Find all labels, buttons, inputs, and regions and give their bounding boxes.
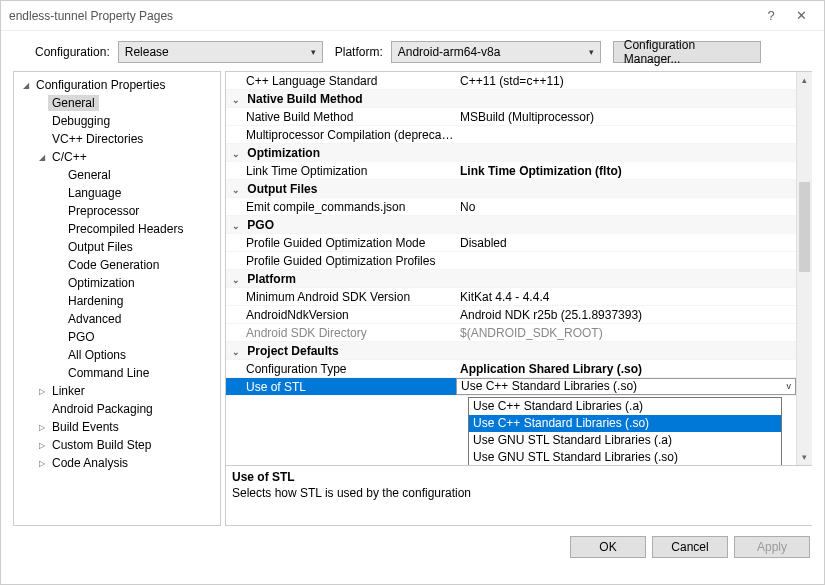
tree-item-label: Precompiled Headers xyxy=(64,221,187,237)
tree-item[interactable]: VC++ Directories xyxy=(14,130,220,148)
window-title: endless-tunnel Property Pages xyxy=(9,9,756,23)
scrollbar[interactable]: ▴ ▾ xyxy=(796,72,812,465)
scroll-down-icon[interactable]: ▾ xyxy=(797,449,812,465)
grid-section[interactable]: ⌄ Output Files xyxy=(226,180,796,198)
tree-item-label: Custom Build Step xyxy=(48,437,155,453)
tree-item[interactable]: All Options xyxy=(14,346,220,364)
scroll-up-icon[interactable]: ▴ xyxy=(797,72,812,88)
property-grid[interactable]: C++ Language StandardC++11 (std=c++11)⌄ … xyxy=(226,72,796,396)
tree[interactable]: Configuration PropertiesGeneralDebugging… xyxy=(14,76,220,472)
section-caret-icon[interactable]: ⌄ xyxy=(232,347,244,357)
caret-closed-icon[interactable] xyxy=(36,386,48,396)
tree-item-label: Hardening xyxy=(64,293,127,309)
dropdown-option[interactable]: Use GNU STL Standard Libraries (.a) xyxy=(469,432,781,449)
tree-item[interactable]: Advanced xyxy=(14,310,220,328)
tree-item-label: Build Events xyxy=(48,419,123,435)
dropdown-option[interactable]: Use C++ Standard Libraries (.a) xyxy=(469,398,781,415)
dropdown-option[interactable]: Use GNU STL Standard Libraries (.so) xyxy=(469,449,781,465)
grid-section[interactable]: ⌄ Optimization xyxy=(226,144,796,162)
tree-item[interactable]: C/C++ xyxy=(14,148,220,166)
tree-item[interactable]: General xyxy=(14,166,220,184)
tree-item[interactable]: Precompiled Headers xyxy=(14,220,220,238)
section-caret-icon[interactable]: ⌄ xyxy=(232,185,244,195)
config-row: Configuration: Release Platform: Android… xyxy=(1,31,824,71)
section-caret-icon[interactable]: ⌄ xyxy=(232,221,244,231)
grid-label: ⌄ Optimization xyxy=(226,146,456,160)
tree-item[interactable]: Build Events xyxy=(14,418,220,436)
grid-row[interactable]: Emit compile_commands.jsonNo xyxy=(226,198,796,216)
grid-row[interactable]: Profile Guided Optimization Profiles xyxy=(226,252,796,270)
tree-item-label: Linker xyxy=(48,383,89,399)
tree-item-label: Android Packaging xyxy=(48,401,157,417)
ok-button[interactable]: OK xyxy=(570,536,646,558)
tree-item[interactable]: Preprocessor xyxy=(14,202,220,220)
scroll-thumb[interactable] xyxy=(799,182,810,272)
grid-row[interactable]: Minimum Android SDK VersionKitKat 4.4 - … xyxy=(226,288,796,306)
tree-item[interactable]: Linker xyxy=(14,382,220,400)
tree-item-label: Preprocessor xyxy=(64,203,143,219)
tree-item[interactable]: Optimization xyxy=(14,274,220,292)
tree-item[interactable]: Custom Build Step xyxy=(14,436,220,454)
configuration-value: Release xyxy=(125,45,169,59)
cancel-button[interactable]: Cancel xyxy=(652,536,728,558)
caret-closed-icon[interactable] xyxy=(36,458,48,468)
tree-item[interactable]: Language xyxy=(14,184,220,202)
grid-label: ⌄ Output Files xyxy=(226,182,456,196)
grid-row[interactable]: AndroidNdkVersionAndroid NDK r25b (25.1.… xyxy=(226,306,796,324)
tree-item[interactable]: General xyxy=(14,94,220,112)
caret-open-icon[interactable] xyxy=(36,152,48,162)
grid-row[interactable]: Use of STLUse C++ Standard Libraries (.s… xyxy=(226,378,796,396)
tree-item[interactable]: Code Analysis xyxy=(14,454,220,472)
grid-row[interactable]: Profile Guided Optimization ModeDisabled xyxy=(226,234,796,252)
grid-row[interactable]: C++ Language StandardC++11 (std=c++11) xyxy=(226,72,796,90)
section-caret-icon[interactable]: ⌄ xyxy=(232,149,244,159)
configuration-manager-button[interactable]: Configuration Manager... xyxy=(613,41,761,63)
help-icon[interactable]: ? xyxy=(756,8,786,23)
grid-value[interactable]: Use C++ Standard Libraries (.so) xyxy=(456,378,796,395)
tree-item[interactable]: Debugging xyxy=(14,112,220,130)
grid-label: Minimum Android SDK Version xyxy=(226,290,456,304)
tree-item[interactable]: Android Packaging xyxy=(14,400,220,418)
tree-item[interactable]: Code Generation xyxy=(14,256,220,274)
dropdown-option[interactable]: Use C++ Standard Libraries (.so) xyxy=(469,415,781,432)
caret-open-icon[interactable] xyxy=(20,80,32,90)
tree-item-label: Advanced xyxy=(64,311,125,327)
caret-closed-icon[interactable] xyxy=(36,422,48,432)
grid-row[interactable]: Link Time OptimizationLink Time Optimiza… xyxy=(226,162,796,180)
grid-label: Use of STL xyxy=(226,380,456,394)
grid-label: C++ Language Standard xyxy=(226,74,456,88)
stl-dropdown[interactable]: Use C++ Standard Libraries (.a)Use C++ S… xyxy=(468,397,782,465)
section-caret-icon[interactable]: ⌄ xyxy=(232,95,244,105)
apply-button[interactable]: Apply xyxy=(734,536,810,558)
tree-pane: Configuration PropertiesGeneralDebugging… xyxy=(13,71,221,526)
grid-section[interactable]: ⌄ Native Build Method xyxy=(226,90,796,108)
tree-item[interactable]: Configuration Properties xyxy=(14,76,220,94)
caret-closed-icon[interactable] xyxy=(36,440,48,450)
grid-row[interactable]: Multiprocessor Compilation (deprecated) xyxy=(226,126,796,144)
grid-section[interactable]: ⌄ Platform xyxy=(226,270,796,288)
tree-item-label: General xyxy=(64,167,115,183)
platform-select[interactable]: Android-arm64-v8a xyxy=(391,41,601,63)
grid-label: ⌄ Native Build Method xyxy=(226,92,456,106)
grid-section[interactable]: ⌄ Project Defaults xyxy=(226,342,796,360)
section-caret-icon[interactable]: ⌄ xyxy=(232,275,244,285)
grid-row[interactable]: Configuration TypeApplication Shared Lib… xyxy=(226,360,796,378)
platform-value: Android-arm64-v8a xyxy=(398,45,501,59)
tree-item-label: PGO xyxy=(64,329,99,345)
tree-item[interactable]: Command Line xyxy=(14,364,220,382)
grid-label: AndroidNdkVersion xyxy=(226,308,456,322)
description-panel: Use of STL Selects how STL is used by th… xyxy=(226,465,812,525)
grid-row[interactable]: Android SDK Directory$(ANDROID_SDK_ROOT) xyxy=(226,324,796,342)
grid-label: Link Time Optimization xyxy=(226,164,456,178)
tree-item[interactable]: Output Files xyxy=(14,238,220,256)
tree-item-label: Debugging xyxy=(48,113,114,129)
close-icon[interactable]: ✕ xyxy=(786,8,816,23)
grid-value: MSBuild (Multiprocessor) xyxy=(456,110,796,124)
grid-label: ⌄ PGO xyxy=(226,218,456,232)
tree-item[interactable]: Hardening xyxy=(14,292,220,310)
grid-row[interactable]: Native Build MethodMSBuild (Multiprocess… xyxy=(226,108,796,126)
grid-value: KitKat 4.4 - 4.4.4 xyxy=(456,290,796,304)
tree-item[interactable]: PGO xyxy=(14,328,220,346)
configuration-select[interactable]: Release xyxy=(118,41,323,63)
grid-section[interactable]: ⌄ PGO xyxy=(226,216,796,234)
